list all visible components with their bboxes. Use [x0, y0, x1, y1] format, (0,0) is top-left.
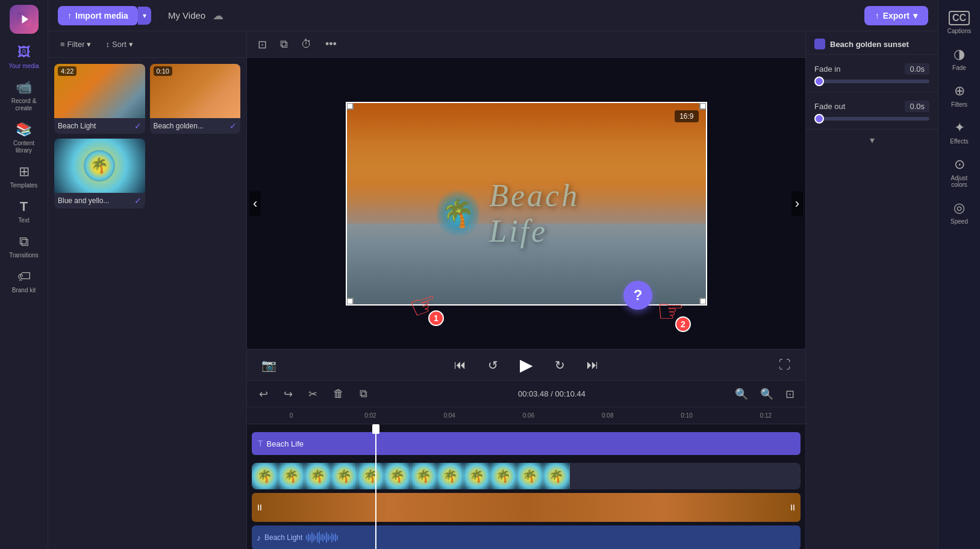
- sidebar-item-label-brand-kit: Brand kit: [12, 287, 36, 294]
- handle-bottom-right[interactable]: [699, 298, 707, 305]
- right-sidebar-label-speed: Speed: [950, 218, 968, 225]
- sidebar-item-record-create[interactable]: 📹 Record & create: [2, 75, 46, 117]
- sidebar-item-your-media[interactable]: 🖼 Your media: [2, 40, 46, 75]
- media-panel: ≡ Filter ▾ ↕ Sort ▾ 4:22 Beach Lig: [48, 31, 247, 549]
- sticker-cell-9: 🌴: [464, 463, 490, 489]
- ruler-mark-6: 0:06: [489, 412, 568, 419]
- crop-tool-button[interactable]: ⊡: [254, 36, 270, 54]
- fade-in-row: Fade in 0.0s: [814, 63, 929, 75]
- video-track-clip[interactable]: ⏸ ⏸: [252, 493, 801, 522]
- redo-button[interactable]: ↪: [279, 385, 298, 403]
- media-label-beach-light: Beach Light: [58, 122, 96, 130]
- sticker-track: 🌴 🌴 🌴 🌴 🌴 🌴 🌴 🌴 🌴 🌴 🌴: [247, 460, 805, 492]
- screenshot-button[interactable]: 📷: [257, 356, 281, 375]
- project-name[interactable]: My Video: [168, 10, 205, 20]
- preview-prev-button[interactable]: ‹: [249, 191, 261, 216]
- sidebar-item-templates[interactable]: ⊞ Templates: [2, 159, 46, 194]
- timeline-zoom-controls: 🔍 🔍 ⊡: [731, 385, 798, 403]
- ruler-mark-10: 0:10: [647, 412, 726, 419]
- rewind-button[interactable]: ↺: [483, 356, 503, 375]
- timeline-toolbar: ↩ ↪ ✂ 🗑 ⧉ 00:03.48 / 00:10.44 🔍 🔍 ⊡: [247, 381, 805, 407]
- sticker-track-inner: 🌴 🌴 🌴 🌴 🌴 🌴 🌴 🌴 🌴 🌴 🌴: [252, 463, 801, 489]
- timeline-content: 0 0:02 0:04 0:06 0:08 0:10 0:12: [247, 407, 805, 549]
- import-dropdown-button[interactable]: ▾: [138, 7, 151, 25]
- right-sidebar-item-adjust-colors[interactable]: ⊙ Adjust colors: [940, 151, 979, 194]
- fullscreen-button[interactable]: ⛶: [774, 356, 796, 374]
- skip-end-button[interactable]: ⏭: [582, 356, 604, 374]
- sidebar-item-label-templates: Templates: [10, 182, 38, 189]
- sidebar-item-transitions[interactable]: ⧉ Transitions: [2, 229, 46, 264]
- right-panel-title: Beach golden sunset: [830, 40, 909, 49]
- templates-icon: ⊞: [19, 164, 30, 180]
- sort-button[interactable]: ↕ Sort ▾: [101, 37, 137, 51]
- handle-top-right[interactable]: [699, 102, 707, 110]
- forward-button[interactable]: ↻: [550, 356, 570, 375]
- right-sidebar-item-captions[interactable]: CC Captions: [940, 5, 979, 40]
- title-track-clip[interactable]: T Beach Life: [252, 432, 801, 455]
- fade-icon: ◑: [953, 46, 965, 62]
- playhead[interactable]: [375, 424, 376, 549]
- sidebar-item-text[interactable]: T Text: [2, 194, 46, 229]
- sort-chevron-icon: ▾: [129, 40, 133, 49]
- handle-bottom-left[interactable]: [346, 298, 354, 305]
- fade-in-slider[interactable]: [814, 80, 929, 83]
- sticker-cell-4: 🌴: [331, 463, 358, 489]
- sidebar-item-label-record-create: Record & create: [5, 98, 43, 112]
- fade-out-slider[interactable]: [814, 117, 929, 121]
- fit-timeline-button[interactable]: ⊡: [782, 385, 798, 403]
- right-sidebar-item-fade[interactable]: ◑ Fade: [940, 40, 979, 77]
- delete-button[interactable]: 🗑: [328, 385, 349, 403]
- right-sidebar-label-captions: Captions: [947, 28, 971, 34]
- export-button[interactable]: ↑ Export ▾: [864, 6, 928, 25]
- handle-top-left[interactable]: [346, 102, 354, 110]
- undo-button[interactable]: ↩: [254, 385, 273, 403]
- timer-tool-button[interactable]: ⏱: [298, 36, 316, 53]
- palm-glow-icon: 🌴: [437, 186, 480, 240]
- sticker-cell-11: 🌴: [517, 463, 543, 489]
- import-media-button[interactable]: ↑ Import media: [58, 6, 138, 25]
- preview-next-button[interactable]: ›: [791, 191, 803, 216]
- zoom-out-button[interactable]: 🔍: [731, 385, 752, 403]
- ruler-mark-8: 0:08: [568, 412, 647, 419]
- sticker-cell-10: 🌴: [490, 463, 517, 489]
- right-sidebar-item-speed[interactable]: ◎ Speed: [940, 194, 979, 231]
- zoom-in-button[interactable]: 🔍: [757, 385, 777, 403]
- video-preview: 🌴 Beach Life 16:9: [346, 102, 707, 306]
- preview-area: ⊡ ⧉ ⏱ ••• ‹ 🌴: [247, 31, 805, 549]
- fade-in-slider-thumb[interactable]: [814, 77, 824, 86]
- fade-out-slider-thumb[interactable]: [814, 114, 824, 124]
- title-track: T Beach Life: [247, 428, 805, 459]
- audio-track-music-icon: ♪: [257, 533, 261, 542]
- media-label-row-beach-light: Beach Light ✓: [54, 118, 145, 134]
- media-thumb-blue-yellow: 🌴: [54, 139, 145, 193]
- right-sidebar-label-adjust-colors: Adjust colors: [943, 175, 976, 188]
- media-label-row-beach-golden: Beach golden... ✓: [150, 118, 241, 134]
- media-item-blue-yellow[interactable]: 🌴 Blue and yello... ✓: [54, 139, 145, 209]
- fade-out-value: 0.0s: [905, 101, 929, 112]
- media-duration-beach-golden: 0:10: [154, 66, 172, 76]
- copy-button[interactable]: ⧉: [355, 385, 372, 403]
- video-track: ⏸ ⏸: [247, 493, 805, 524]
- panel-collapse-button[interactable]: ▾: [870, 134, 875, 146]
- pip-tool-button[interactable]: ⧉: [276, 36, 292, 53]
- sidebar-item-brand-kit[interactable]: 🏷 Brand kit: [2, 264, 46, 299]
- media-item-beach-golden[interactable]: 0:10 Beach golden... ✓: [150, 64, 241, 134]
- sidebar-item-content-library[interactable]: 📚 Content library: [2, 117, 46, 159]
- more-tool-button[interactable]: •••: [322, 36, 340, 53]
- current-time: 00:03.48: [518, 389, 549, 398]
- sticker-cell-2: 🌴: [278, 463, 305, 489]
- filter-button[interactable]: ≡ Filter ▾: [55, 37, 96, 51]
- skip-start-button[interactable]: ⏮: [449, 356, 471, 374]
- cut-button[interactable]: ✂: [304, 385, 322, 403]
- right-sidebar-item-filters[interactable]: ⊕ Filters: [940, 77, 979, 114]
- sort-icon: ↕: [105, 40, 110, 49]
- sidebar-item-label-your-media: Your media: [8, 63, 39, 70]
- play-button[interactable]: ▶: [515, 353, 538, 377]
- right-sidebar-item-effects[interactable]: ✦ Effects: [940, 114, 979, 151]
- audio-track-clip[interactable]: ♪ Beach Light: [252, 525, 801, 549]
- media-item-beach-light[interactable]: 4:22 Beach Light ✓: [54, 64, 145, 134]
- sidebar-item-label-content-library: Content library: [5, 140, 43, 154]
- cloud-sync-icon: ☁: [213, 9, 223, 22]
- palm-circle-icon: 🌴: [84, 150, 115, 181]
- playhead-top: [372, 424, 379, 434]
